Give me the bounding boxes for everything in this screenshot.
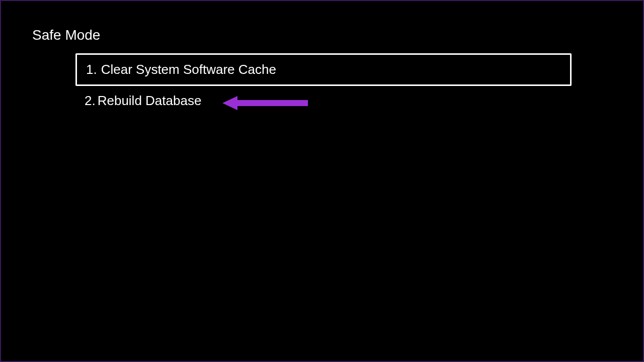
menu-item-label: Rebuild Database: [98, 93, 202, 109]
menu-item-number: 1.: [86, 62, 97, 77]
menu-item-label: Clear System Software Cache: [101, 62, 276, 77]
page-title: Safe Mode: [32, 27, 100, 43]
safe-mode-menu: 1. Clear System Software Cache 2. Rebuil…: [75, 53, 572, 116]
menu-item-number: 2.: [85, 93, 96, 109]
annotation-arrow-icon: [222, 94, 308, 112]
menu-item-rebuild-database[interactable]: 2. Rebuild Database: [75, 86, 572, 116]
menu-item-clear-cache[interactable]: 1. Clear System Software Cache: [75, 53, 572, 86]
